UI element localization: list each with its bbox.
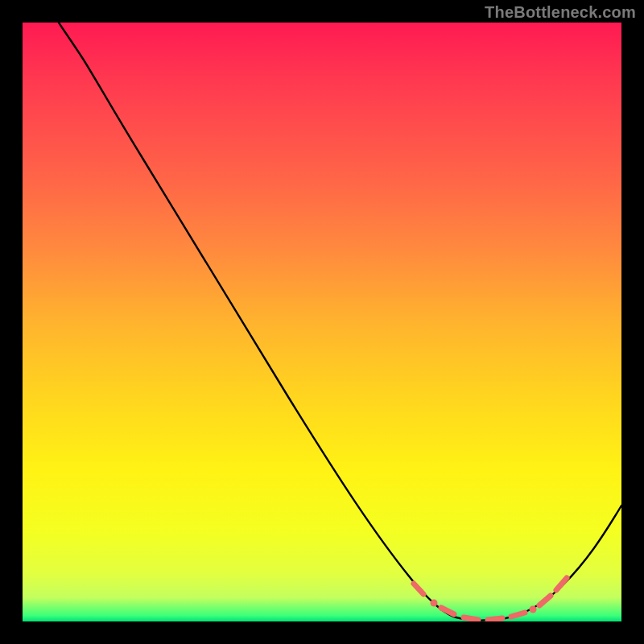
chart-stage: TheBottleneck.com (0, 0, 644, 644)
gradient-background (23, 23, 621, 621)
watermark-text: TheBottleneck.com (485, 3, 636, 22)
plot-area (23, 23, 621, 621)
